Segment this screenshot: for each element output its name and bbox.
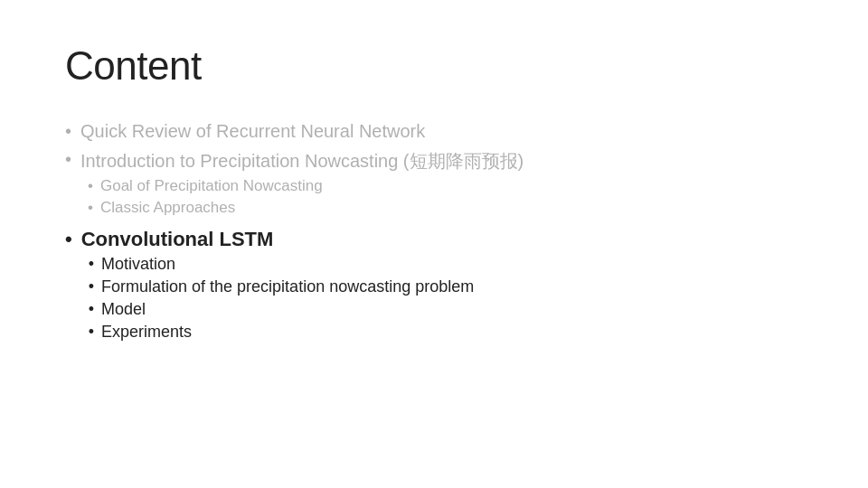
sub-list-item-label-2-2: Model [101, 300, 146, 319]
sub-list-2: •Motivation•Formulation of the precipita… [89, 255, 475, 345]
sub-list-1: •Goal of Precipitation Nowcasting•Classi… [88, 177, 524, 221]
sub-bullet-icon: • [88, 177, 93, 195]
bullet-icon: • [65, 149, 71, 170]
sub-list-item-label-1-1: Classic Approaches [100, 199, 235, 217]
sub-list-item-label-1-0: Goal of Precipitation Nowcasting [100, 177, 323, 195]
bullet-icon: • [65, 228, 72, 251]
content-list: •Quick Review of Recurrent Neural Networ… [65, 121, 803, 345]
list-item-label-2: Convolutional LSTM [81, 228, 475, 251]
sub-list-item-label-2-3: Experiments [101, 323, 192, 342]
slide: Content •Quick Review of Recurrent Neura… [0, 0, 868, 488]
sub-bullet-icon: • [88, 199, 93, 217]
sub-bullet-icon: • [89, 255, 94, 274]
list-item-label-0: Quick Review of Recurrent Neural Network [80, 121, 425, 142]
sub-bullet-icon: • [89, 300, 94, 319]
list-item-label-1: Introduction to Precipitation Nowcasting… [80, 149, 524, 174]
bullet-icon: • [65, 121, 71, 142]
sub-list-item-label-2-1: Formulation of the precipitation nowcast… [101, 277, 474, 296]
slide-title: Content [65, 43, 803, 89]
sub-bullet-icon: • [89, 323, 94, 342]
sub-bullet-icon: • [89, 277, 94, 296]
sub-list-item-label-2-0: Motivation [101, 255, 175, 274]
